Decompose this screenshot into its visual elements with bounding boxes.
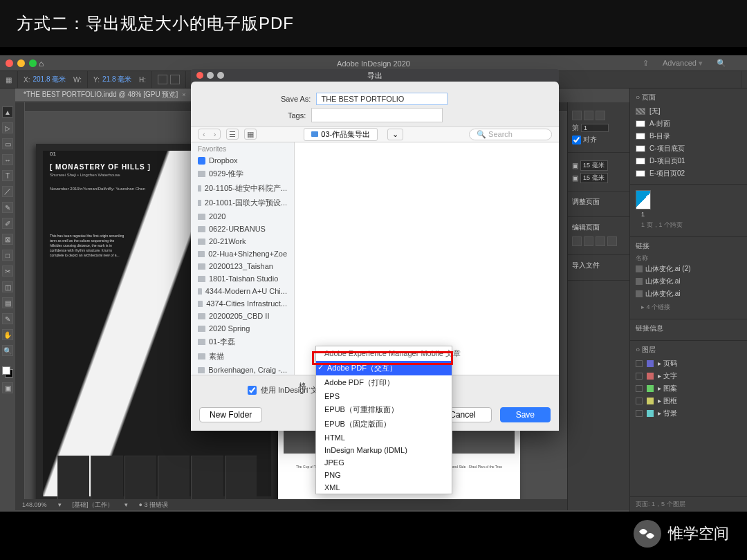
sidebar-folder[interactable]: 20-21Work	[191, 235, 294, 248]
tags-input[interactable]	[311, 108, 443, 122]
workspace-switcher[interactable]: Advanced	[663, 59, 703, 68]
layer-row[interactable]: ▸ 图案	[636, 382, 741, 395]
layer-row[interactable]: ▸ 背景	[636, 407, 741, 420]
chevron-left-icon[interactable]: ‹	[199, 129, 210, 139]
line-tool-icon[interactable]: ／	[2, 186, 13, 197]
sidebar-folder[interactable]: 0929-惟学	[191, 167, 294, 181]
pen-tool-icon[interactable]: ✎	[2, 202, 13, 213]
format-dropdown[interactable]: Adobe Experience Manager Mobile 文章 Adobe…	[315, 346, 452, 494]
panel-icon[interactable]	[572, 236, 582, 246]
rotate-icon[interactable]	[158, 75, 167, 84]
save-button[interactable]: Save	[500, 407, 551, 422]
sidebar-folder[interactable]: 01-李磊	[191, 335, 294, 349]
margin-field[interactable]: 15 毫米	[580, 160, 608, 171]
format-option[interactable]: EPUB（可重排版面）	[316, 402, 452, 417]
sidebar-folder[interactable]: 20-1105-雄安中科院产...	[191, 181, 294, 196]
master-page-row[interactable]: C-项目底页	[636, 142, 741, 155]
rectangle-frame-tool-icon[interactable]: ⊠	[2, 234, 13, 245]
sidebar-folder[interactable]: 1801-Taishan Studio	[191, 272, 294, 285]
status-sheet[interactable]: [基础]（工作）	[73, 501, 113, 510]
eyedropper-tool-icon[interactable]: ✎	[2, 313, 13, 324]
format-option[interactable]: InDesign Markup (IDML)	[316, 444, 452, 456]
margin-field[interactable]: 15 毫米	[580, 173, 608, 183]
visibility-icon[interactable]	[636, 373, 643, 380]
fill-stroke-swatch[interactable]	[2, 366, 13, 377]
sidebar-folder[interactable]: 20200205_CBD II	[191, 310, 294, 322]
sidebar-folder[interactable]: 2020	[191, 210, 294, 223]
panel-icon[interactable]	[596, 111, 605, 120]
format-option-selected[interactable]: Adobe PDF（交互）	[316, 361, 452, 375]
shear-icon[interactable]	[170, 75, 180, 84]
x-value[interactable]: 201.8 毫米	[33, 75, 66, 84]
use-docname-checkbox[interactable]	[248, 386, 257, 395]
panel-icon[interactable]	[584, 111, 593, 120]
visibility-icon[interactable]	[636, 410, 643, 417]
format-option[interactable]: XML	[316, 481, 452, 494]
new-folder-button[interactable]: New Folder	[199, 407, 262, 422]
sidebar-folder[interactable]: Borkenhagen, Craig -...	[191, 364, 294, 375]
layer-row[interactable]: ▸ 文字	[636, 370, 741, 382]
dialog-close-icon[interactable]	[196, 72, 203, 79]
zoom-tool-icon[interactable]: 🔍	[2, 345, 13, 356]
pages-panel-title[interactable]: ○ 页面	[636, 93, 741, 102]
master-page-row[interactable]: B-目录	[636, 130, 741, 142]
sidebar-folder[interactable]: 4344-Modern A+U Chi...	[191, 285, 294, 297]
sidebar-folder[interactable]: 0622-URBANUS	[191, 223, 294, 235]
sidebar-folder[interactable]: 02-Hua+Shizheng+Zoe	[191, 248, 294, 260]
search-icon[interactable]: 🔍	[717, 59, 726, 68]
close-tab-icon[interactable]: ×	[182, 91, 185, 98]
view-grid-icon[interactable]: ▦	[244, 129, 257, 140]
link-row[interactable]: 山体变化.ai	[636, 275, 741, 288]
visibility-icon[interactable]	[636, 360, 643, 367]
page-tool-icon[interactable]: ▭	[2, 138, 13, 149]
format-option[interactable]: Adobe PDF（打印）	[316, 375, 452, 390]
doc-tab[interactable]: *THE BEST PORTFOLIO.indd @ 48% [GPU 预览]×	[15, 88, 194, 101]
sidebar-folder[interactable]: Dropbox	[191, 154, 294, 167]
hand-tool-icon[interactable]: ✋	[2, 329, 13, 340]
master-page-row[interactable]: [无]	[636, 105, 741, 118]
y-value[interactable]: 21.8 毫米	[102, 75, 131, 84]
scissors-tool-icon[interactable]: ✂	[2, 265, 13, 277]
sidebar-folder[interactable]: 2020 Spring	[191, 322, 294, 335]
sidebar-folder[interactable]: 4374-Cities Infrastruct...	[191, 297, 294, 310]
pencil-tool-icon[interactable]: ✐	[2, 218, 13, 229]
master-page-row[interactable]: A-封面	[636, 118, 741, 130]
rectangle-tool-icon[interactable]: □	[2, 250, 13, 261]
save-as-input[interactable]	[316, 93, 448, 105]
selection-tool-icon[interactable]: ▲	[2, 106, 13, 118]
reference-point[interactable]: ▦	[6, 71, 18, 88]
format-option[interactable]: PNG	[316, 469, 452, 481]
location-chevron[interactable]: ⌄	[387, 129, 403, 140]
panel-icon[interactable]	[607, 236, 617, 246]
format-option[interactable]: EPS	[316, 390, 452, 402]
format-option[interactable]: HTML	[316, 431, 452, 444]
option-checkbox[interactable]	[572, 136, 581, 144]
gradient-tool-icon[interactable]: ▤	[2, 297, 13, 308]
page-thumbnail[interactable]	[636, 190, 651, 209]
sidebar-folder[interactable]: 20200123_Taishan	[191, 260, 294, 272]
transform-tool-icon[interactable]: ◫	[2, 281, 13, 292]
type-tool-icon[interactable]: T	[2, 170, 13, 181]
location-dropdown[interactable]: 03-作品集导出	[304, 128, 378, 141]
link-row[interactable]: 山体变化.ai (2)	[636, 263, 741, 275]
direct-select-tool-icon[interactable]: ▷	[2, 122, 13, 133]
master-page-row[interactable]: E-项目页02	[636, 167, 741, 180]
master-page-row[interactable]: D-项目页01	[636, 155, 741, 167]
layer-row[interactable]: ▸ 页码	[636, 357, 741, 370]
nav-back-forward[interactable]: ‹›	[198, 129, 221, 140]
search-input[interactable]: 🔍 Search	[469, 129, 552, 140]
view-columns-icon[interactable]: ☰	[226, 129, 239, 140]
panel-icon[interactable]	[596, 236, 605, 246]
format-option[interactable]: EPUB（固定版面）	[316, 417, 452, 431]
gap-tool-icon[interactable]: ↔	[2, 154, 13, 165]
format-option[interactable]: Adobe Experience Manager Mobile 文章	[316, 346, 452, 361]
share-icon[interactable]: ⇪	[643, 59, 649, 68]
field-input[interactable]: 1	[581, 124, 609, 132]
zoom-level[interactable]: 148.09%	[22, 501, 47, 508]
links-panel-title[interactable]: 链接	[636, 241, 741, 251]
sidebar-folder[interactable]: 20-1001-国联大学预设...	[191, 196, 294, 210]
layers-panel-title[interactable]: ○ 图层	[636, 345, 741, 355]
panel-icon[interactable]	[584, 236, 593, 246]
format-option[interactable]: JPEG	[316, 456, 452, 469]
ruler-vertical[interactable]	[15, 102, 25, 510]
